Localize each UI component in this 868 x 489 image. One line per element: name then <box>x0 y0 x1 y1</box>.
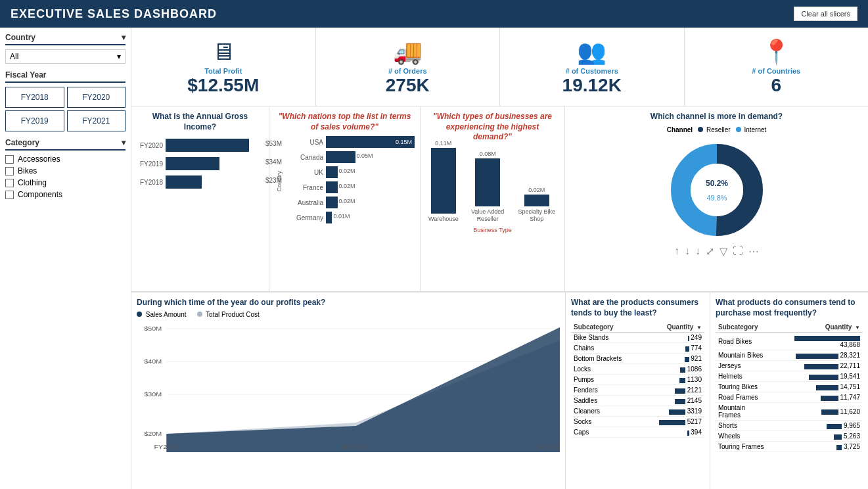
channel-label: Channel <box>667 126 693 133</box>
nations-panel: "Which nations top the list in terms of … <box>269 106 421 291</box>
dropdown-chevron-icon: ▾ <box>117 52 121 61</box>
product-cost-legend: Total Product Cost <box>197 311 260 318</box>
donut-controls: ↑ ↓ ↓ ⤢ ▽ ⛶ ⋯ <box>570 245 863 258</box>
fy2021-button[interactable]: FY2021 <box>67 110 126 131</box>
customers-value: 19.12K <box>562 75 622 96</box>
svg-text:FY2020: FY2020 <box>539 443 560 450</box>
filter-icon[interactable]: ▽ <box>720 245 727 258</box>
business-type-title: "Which types of businesses are experienc… <box>426 112 559 143</box>
internet-dot <box>736 127 741 132</box>
channel-title: Which channel is more in demand? <box>570 112 863 122</box>
fy2018-button[interactable]: FY2018 <box>5 87 64 108</box>
profit-label: Total Profit <box>204 67 242 75</box>
least-bought-panel: What are the products consumers tends to… <box>566 292 710 489</box>
category-accessories[interactable]: Accessories <box>5 154 126 164</box>
components-checkbox[interactable] <box>5 191 14 199</box>
donut-chart: 50.2% 49.8% <box>570 137 863 243</box>
kpi-row: 🖥 Total Profit $12.55M 🚚 # of Orders 275… <box>131 28 868 106</box>
nations-axis-label: Country <box>276 171 283 192</box>
least-bought-title: What are the products consumers tends to… <box>571 298 704 318</box>
countries-value: 6 <box>771 75 781 96</box>
svg-point-2 <box>691 164 743 216</box>
business-type-panel: "Which types of businesses are experienc… <box>421 106 565 291</box>
table-row: Road Bikes 43,868 <box>716 333 863 350</box>
more-icon[interactable]: ⋯ <box>748 245 759 258</box>
profit-value: $12.55M <box>187 75 259 96</box>
table-row: Pumps 1130 <box>571 375 704 385</box>
category-bikes[interactable]: Bikes <box>5 166 126 175</box>
fy2019-button[interactable]: FY2019 <box>5 110 64 131</box>
table-row: Touring Bikes 14,751 <box>716 382 863 392</box>
nation-canada: Canada 0.05M <box>284 151 415 163</box>
orders-label: # of Orders <box>388 67 427 75</box>
table-row: Mountain Frames 11,620 <box>716 403 863 421</box>
bar-fy2019: FY2019 $34M <box>137 157 263 170</box>
table-row: Chains 774 <box>571 343 704 354</box>
channel-legend: Channel Reseller Internet <box>570 126 863 133</box>
clear-slicers-button[interactable]: Clear all slicers <box>794 7 857 21</box>
category-components[interactable]: Components <box>5 190 126 199</box>
value-added-bar: 0.08M Value Added Reseller <box>467 151 509 223</box>
kpi-customers: 👥 # of Customers 19.12K <box>500 28 685 106</box>
content-area: 🖥 Total Profit $12.55M 🚚 # of Orders 275… <box>131 28 868 489</box>
table-row: Bike Stands 249 <box>571 333 704 343</box>
orders-value: 275K <box>386 75 430 96</box>
table-row: Cleaners 3319 <box>571 406 704 417</box>
business-type-axis-label: Business Type <box>426 227 559 233</box>
most-frequent-table: Subcategory Quantity ▼ Road Bikes 43, <box>716 322 863 452</box>
kpi-orders: 🚚 # of Orders 275K <box>316 28 501 106</box>
header: EXECUTIVE SALES DASHBOARD Clear all slic… <box>0 0 868 28</box>
category-label: Category ▾ <box>5 138 126 151</box>
category-clothing[interactable]: Clothing <box>5 178 126 187</box>
table-row: Shorts 9,965 <box>716 421 863 431</box>
fy-grid: FY2018 FY2020 FY2019 FY2021 <box>5 87 126 131</box>
table-row: Mountain Bikes 28,321 <box>716 350 863 361</box>
most-frequent-title: What products do consumers tend to purch… <box>716 298 863 318</box>
sort-asc-icon[interactable]: ↑ <box>674 245 679 257</box>
bikes-checkbox[interactable] <box>5 167 14 175</box>
countries-icon: 📍 <box>762 38 791 66</box>
country-dropdown[interactable]: All ▾ <box>5 49 126 64</box>
svg-text:FY2018: FY2018 <box>154 443 179 450</box>
fy2020-button[interactable]: FY2020 <box>67 87 126 108</box>
qty-sort-arrow: ▼ <box>697 325 702 331</box>
fiscal-year-slicer: Fiscal Year FY2018 FY2020 FY2019 FY2021 <box>5 70 126 131</box>
profit-icon: 🖥 <box>212 38 235 66</box>
table-row: Locks 1086 <box>571 364 704 375</box>
accessories-checkbox[interactable] <box>5 155 14 164</box>
category-chevron-icon: ▾ <box>122 138 126 147</box>
middle-charts-row: What is the Annual Gross Income? FY2020 … <box>131 106 868 292</box>
svg-text:50.2%: 50.2% <box>705 179 727 188</box>
dashboard-title: EXECUTIVE SALES DASHBOARD <box>11 7 217 21</box>
orders-icon: 🚚 <box>393 38 423 66</box>
svg-text:$20M: $20M <box>144 430 162 436</box>
area-chart-container: $50M $40M $30M $20M <box>137 321 560 452</box>
annual-gross-title: What is the Annual Gross Income? <box>137 112 263 132</box>
nation-france: France 0.02M <box>284 181 415 193</box>
reseller-legend: Reseller <box>698 126 730 133</box>
area-chart-svg: $50M $40M $30M $20M <box>137 321 560 452</box>
table-row: Saddles 2145 <box>571 396 704 406</box>
fullscreen-icon[interactable]: ⛶ <box>733 245 743 257</box>
sort-icon[interactable]: ↓ <box>695 245 700 257</box>
sidebar: Country ▾ All ▾ Fiscal Year FY2018 FY202… <box>0 28 131 489</box>
countries-label: # of Countries <box>752 67 800 75</box>
annual-gross-panel: What is the Annual Gross Income? FY2020 … <box>131 106 269 291</box>
bar-fy2018: FY2018 $23M <box>137 175 263 189</box>
clothing-checkbox[interactable] <box>5 179 14 187</box>
channel-panel: Which channel is more in demand? Channel… <box>565 106 868 291</box>
mf-qty-sort-arrow: ▼ <box>855 325 860 331</box>
specialty-bar: 0.02M Specialty Bike Shop <box>517 187 557 223</box>
sort-desc-icon[interactable]: ↓ <box>685 245 690 257</box>
expand-icon[interactable]: ⤢ <box>706 245 714 258</box>
fiscal-year-label: Fiscal Year <box>5 70 126 83</box>
profit-peak-panel: During which time of the year do our pro… <box>131 292 566 489</box>
svg-marker-14 <box>166 327 560 452</box>
bottom-area: During which time of the year do our pro… <box>131 292 868 489</box>
table-row: Touring Frames 3,725 <box>716 442 863 452</box>
table-row: Bottom Brackets 921 <box>571 354 704 364</box>
reseller-dot <box>698 127 703 132</box>
nation-australia: Australia 0.02M <box>284 197 415 208</box>
country-label: Country ▾ <box>5 33 126 45</box>
customers-label: # of Customers <box>566 67 618 75</box>
